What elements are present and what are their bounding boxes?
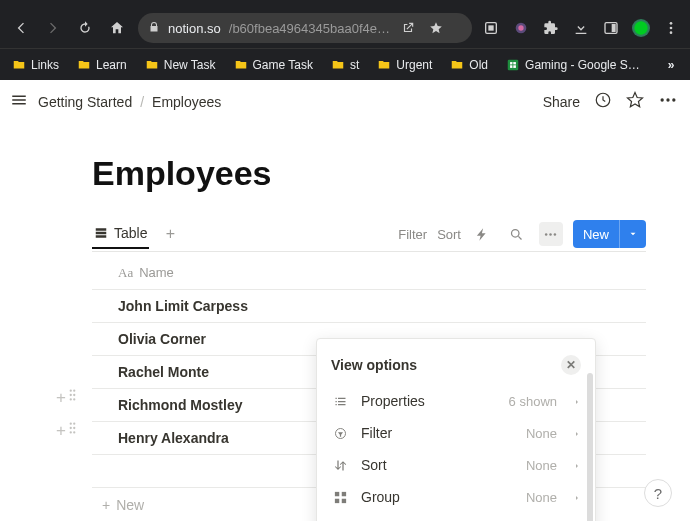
bookmark-new-task[interactable]: New Task: [139, 55, 222, 75]
breadcrumb-separator: /: [140, 94, 144, 110]
sidebar-toggle-icon[interactable]: [10, 91, 28, 113]
bolt-icon[interactable]: [471, 222, 495, 246]
panel-header: View options ✕: [317, 347, 595, 385]
search-icon[interactable]: [505, 222, 529, 246]
svg-rect-1: [488, 25, 493, 30]
share-button[interactable]: Share: [543, 94, 580, 110]
svg-point-31: [70, 431, 72, 433]
table-header[interactable]: Aa Name: [92, 256, 646, 290]
breadcrumb-current[interactable]: Employees: [152, 94, 221, 110]
sort-icon: [331, 458, 349, 473]
option-sort[interactable]: Sort None: [317, 449, 595, 481]
option-value: None: [526, 458, 557, 473]
updates-icon[interactable]: [594, 91, 612, 113]
filter-button[interactable]: Filter: [398, 227, 427, 242]
url-bar[interactable]: notion.so /b60fbea4964345baa0f4e…: [138, 13, 472, 43]
bookmark-game-task[interactable]: Game Task: [228, 55, 319, 75]
chevron-right-icon: [573, 457, 581, 473]
forward-button[interactable]: [38, 13, 68, 43]
svg-point-7: [670, 27, 673, 30]
profile-avatar[interactable]: [628, 15, 654, 41]
new-button[interactable]: New: [573, 220, 646, 248]
topbar-actions: Share: [543, 90, 678, 114]
bookmark-urgent[interactable]: Urgent: [371, 55, 438, 75]
tab-label: Table: [114, 225, 147, 241]
cell-name: Olivia Corner: [118, 331, 206, 347]
gutter-plus-icon[interactable]: +: [56, 421, 66, 441]
home-button[interactable]: [102, 13, 132, 43]
bookmarks-overflow[interactable]: »: [658, 58, 684, 72]
panel-close-icon[interactable]: ✕: [561, 355, 581, 375]
cell-name: Richmond Mostley: [118, 397, 242, 413]
back-button[interactable]: [6, 13, 36, 43]
lock-icon: [148, 21, 160, 36]
cell-name: Rachel Monte: [118, 364, 209, 380]
option-label: Filter: [361, 425, 514, 441]
download-icon[interactable]: [568, 15, 594, 41]
url-domain: notion.so: [168, 21, 221, 36]
bookmark-links[interactable]: Links: [6, 55, 65, 75]
cell-name: John Limit Carpess: [118, 298, 248, 314]
view-options-panel: View options ✕ Properties 6 shown Filter…: [316, 338, 596, 521]
option-group[interactable]: Group None: [317, 481, 595, 513]
chrome-menu-icon[interactable]: [658, 15, 684, 41]
option-label: Properties: [361, 393, 497, 409]
help-button[interactable]: ?: [644, 479, 672, 507]
chevron-right-icon: [573, 425, 581, 441]
extension-icons: [478, 15, 684, 41]
svg-rect-35: [341, 491, 345, 495]
bookmark-st[interactable]: st: [325, 55, 365, 75]
ext-circle-icon[interactable]: [508, 15, 534, 41]
extensions-puzzle-icon[interactable]: [538, 15, 564, 41]
svg-point-30: [73, 427, 75, 429]
panel-scrollbar[interactable]: [587, 373, 593, 521]
tab-table[interactable]: Table: [92, 219, 149, 249]
toolbar: notion.so /b60fbea4964345baa0f4e…: [0, 8, 690, 48]
bookmark-sheets[interactable]: Gaming - Google S…: [500, 55, 646, 75]
bookmark-label: New Task: [164, 58, 216, 72]
bookmark-label: st: [350, 58, 359, 72]
svg-rect-36: [334, 498, 338, 502]
notion-topbar: Getting Started / Employees Share: [0, 80, 690, 124]
svg-point-3: [518, 25, 523, 30]
gutter-grip-icon[interactable]: [67, 421, 78, 441]
option-subitems[interactable]: Sub-items Off: [317, 513, 595, 521]
share-url-icon[interactable]: [398, 21, 418, 35]
bookmark-old[interactable]: Old: [444, 55, 494, 75]
new-button-chevron[interactable]: [619, 220, 646, 248]
gutter-plus-icon[interactable]: +: [56, 388, 66, 408]
ext-square-icon[interactable]: [478, 15, 504, 41]
bookmarks-bar: Links Learn New Task Game Task st Urgent…: [0, 48, 690, 80]
breadcrumb: Getting Started / Employees: [38, 94, 221, 110]
option-value: None: [526, 490, 557, 505]
page-more-icon[interactable]: [658, 90, 678, 114]
view-options-button[interactable]: [539, 222, 563, 246]
browser-chrome: notion.so /b60fbea4964345baa0f4e… Links …: [0, 0, 690, 80]
option-label: Sort: [361, 457, 514, 473]
svg-point-20: [554, 233, 557, 236]
panel-icon[interactable]: [598, 15, 624, 41]
new-button-label: New: [573, 227, 619, 242]
breadcrumb-parent[interactable]: Getting Started: [38, 94, 132, 110]
views-bar: Table + Filter Sort New: [92, 219, 646, 252]
svg-point-16: [672, 98, 675, 101]
gutter-grip-icon[interactable]: [67, 388, 78, 408]
option-properties[interactable]: Properties 6 shown: [317, 385, 595, 417]
reload-button[interactable]: [70, 13, 100, 43]
table-row[interactable]: John Limit Carpess: [92, 290, 646, 323]
row-gutter: +: [56, 388, 78, 408]
svg-point-21: [70, 389, 72, 391]
panel-title: View options: [331, 357, 417, 373]
page-title[interactable]: Employees: [92, 154, 646, 193]
option-filter[interactable]: Filter None: [317, 417, 595, 449]
bookmark-star-icon[interactable]: [426, 21, 446, 35]
bookmark-label: Learn: [96, 58, 127, 72]
add-view-button[interactable]: +: [159, 223, 181, 245]
bookmark-learn[interactable]: Learn: [71, 55, 133, 75]
svg-rect-37: [341, 498, 345, 502]
col-type-icon: Aa: [118, 265, 133, 281]
bookmark-label: Old: [469, 58, 488, 72]
sort-button[interactable]: Sort: [437, 227, 461, 242]
svg-point-6: [670, 22, 673, 25]
favorite-star-icon[interactable]: [626, 91, 644, 113]
